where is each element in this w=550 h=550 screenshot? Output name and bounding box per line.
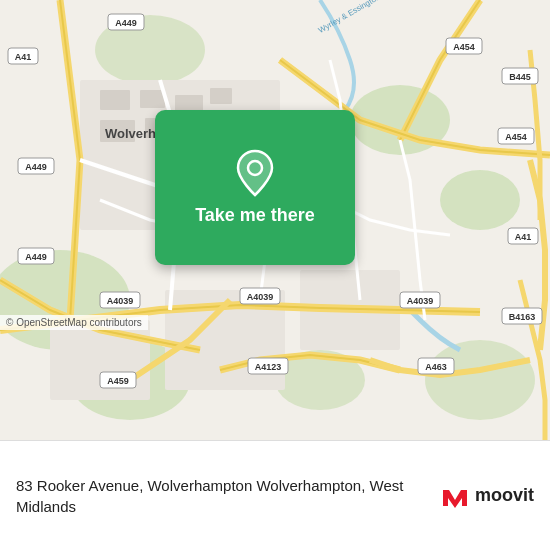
svg-text:A449: A449 (25, 162, 47, 172)
svg-rect-10 (140, 90, 165, 108)
bottom-info-bar: 83 Rooker Avenue, Wolverhampton Wolverha… (0, 440, 550, 550)
take-me-button[interactable]: Take me there (155, 110, 355, 265)
moovit-logo: moovit (439, 480, 534, 512)
svg-point-4 (440, 170, 520, 230)
svg-rect-9 (100, 90, 130, 110)
svg-text:A449: A449 (115, 18, 137, 28)
svg-text:A4039: A4039 (107, 296, 134, 306)
svg-text:A4123: A4123 (255, 362, 282, 372)
address-text: 83 Rooker Avenue, Wolverhampton Wolverha… (16, 475, 427, 517)
map-container: A41 A449 A449 A449 A454 A454 A4039 A4039… (0, 0, 550, 440)
address-block: 83 Rooker Avenue, Wolverhampton Wolverha… (16, 475, 427, 517)
svg-text:A459: A459 (107, 376, 129, 386)
moovit-icon-svg (439, 480, 471, 512)
svg-text:B445: B445 (509, 72, 531, 82)
take-me-label: Take me there (195, 205, 315, 226)
svg-text:A41: A41 (515, 232, 532, 242)
copyright-notice: © OpenStreetMap contributors (0, 315, 148, 330)
svg-text:A463: A463 (425, 362, 447, 372)
svg-text:A41: A41 (15, 52, 32, 62)
svg-point-7 (425, 340, 535, 420)
moovit-text: moovit (475, 485, 534, 506)
svg-text:A449: A449 (25, 252, 47, 262)
svg-text:A4039: A4039 (247, 292, 274, 302)
svg-text:A4039: A4039 (407, 296, 434, 306)
svg-text:A454: A454 (505, 132, 527, 142)
svg-text:A454: A454 (453, 42, 475, 52)
location-pin-icon (231, 149, 279, 197)
svg-text:B4163: B4163 (509, 312, 536, 322)
svg-rect-12 (210, 88, 232, 104)
